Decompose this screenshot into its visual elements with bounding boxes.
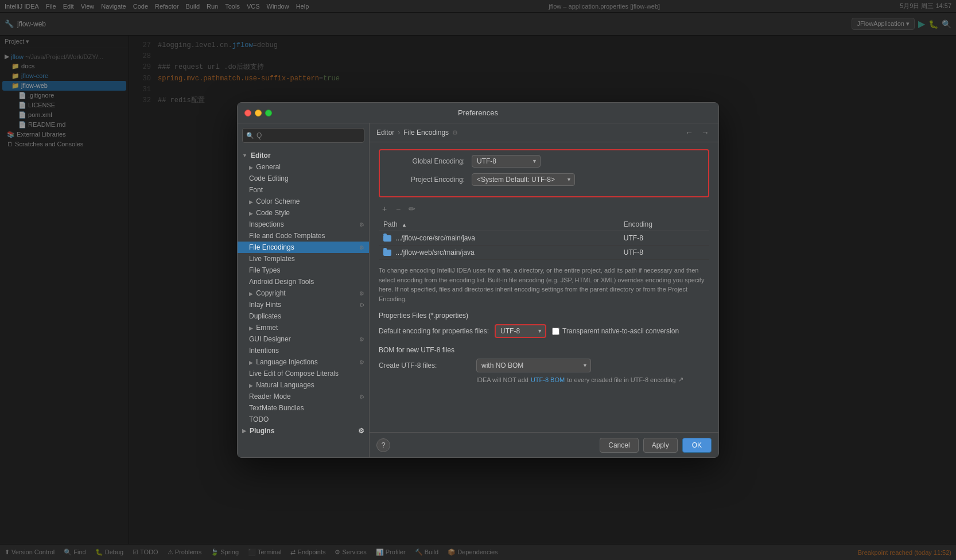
global-encoding-row: Global Encoding: UTF-8 ▼ <box>384 155 704 168</box>
project-encoding-dropdown[interactable]: <System Default: UTF-8> ▼ <box>472 173 575 186</box>
help-button[interactable]: ? <box>376 438 390 452</box>
editor-chevron: ▼ <box>242 153 247 158</box>
right-panel: Editor › File Encodings ⚙ ← → <box>370 123 718 457</box>
properties-encoding-dropdown[interactable]: UTF-8 ▼ <box>495 324 546 338</box>
panel-header: Editor › File Encodings ⚙ ← → <box>370 123 718 142</box>
path-sort-icon: ▲ <box>402 222 407 228</box>
note-prefix: IDEA will NOT add <box>476 376 528 383</box>
maximize-button[interactable] <box>265 110 272 116</box>
global-encoding-label: Global Encoding: <box>384 157 465 165</box>
col-encoding: Encoding <box>619 218 709 231</box>
global-encoding-dropdown[interactable]: UTF-8 ▼ <box>472 155 541 168</box>
tree-item-inlay-hints[interactable]: Inlay Hints ⚙ <box>238 299 369 310</box>
table-cell-path-1: .../jflow-core/src/main/java <box>379 231 619 246</box>
default-encoding-label: Default encoding for properties files: <box>379 327 489 335</box>
footer-left: ? <box>376 438 390 452</box>
tree-item-general[interactable]: ▶ General <box>238 161 369 173</box>
properties-encoding-value: UTF-8 <box>500 327 520 335</box>
ok-button[interactable]: OK <box>682 438 712 453</box>
project-encoding-value: <System Default: UTF-8> <box>477 176 555 184</box>
plugins-chevron: ▶ <box>242 428 246 434</box>
bom-value: with NO BOM <box>481 361 523 370</box>
plugins-section-label: Plugins <box>250 427 274 435</box>
traffic-lights <box>244 110 272 116</box>
encoding-table: Path ▲ Encoding <box>379 218 709 260</box>
folder-icon <box>383 235 391 242</box>
properties-section-title: Properties Files (*.properties) <box>379 312 709 320</box>
project-encoding-label: Project Encoding: <box>384 176 465 184</box>
tree-item-live-edit[interactable]: Live Edit of Compose Literals <box>238 368 369 379</box>
tree-item-color-scheme[interactable]: ▶ Color Scheme <box>238 196 369 207</box>
table-cell-encoding-2: UTF-8 <box>619 246 709 260</box>
close-button[interactable] <box>244 110 251 116</box>
tree-item-textmate[interactable]: TextMate Bundles <box>238 402 369 414</box>
tree-item-natural-languages[interactable]: ▶ Natural Languages <box>238 379 369 391</box>
tree-item-lang-injections[interactable]: ▶ Language Injections ⚙ <box>238 356 369 368</box>
table-cell-path-2: .../jflow-web/src/main/java <box>379 246 619 260</box>
tree-item-duplicates[interactable]: Duplicates <box>238 310 369 322</box>
tree-item-intentions[interactable]: Intentions <box>238 345 369 356</box>
tree-item-todo[interactable]: TODO <box>238 414 369 425</box>
dialog-footer: ? Cancel Apply OK <box>370 432 718 457</box>
modal-overlay: Preferences 🔍 ▼ Editor ▶ General <box>0 0 956 560</box>
tree-item-code-style[interactable]: ▶ Code Style <box>238 207 369 219</box>
dialog-title: Preferences <box>458 108 498 117</box>
search-box[interactable]: 🔍 <box>242 128 364 143</box>
panel-nav: ← → <box>683 128 712 137</box>
editor-section-label: Editor <box>251 151 271 160</box>
info-text: To change encoding IntelliJ IDEA uses fo… <box>379 266 709 304</box>
create-utf8-label: Create UTF-8 files: <box>379 361 471 370</box>
nav-back-button[interactable]: ← <box>683 128 695 137</box>
apply-button[interactable]: Apply <box>643 438 678 453</box>
bom-section-title: BOM for new UTF-8 files <box>379 346 709 354</box>
footer-right: Cancel Apply OK <box>600 438 712 453</box>
tree-panel: ▼ Editor ▶ General Code Editing Font ▶ C… <box>238 147 369 457</box>
breadcrumb-parent: Editor <box>376 129 394 137</box>
transparent-checkbox-wrap: Transparent native-to-ascii conversion <box>552 327 679 335</box>
note-link[interactable]: UTF-8 BOM <box>531 376 565 383</box>
transparent-label: Transparent native-to-ascii conversion <box>562 327 679 335</box>
table-cell-encoding-1: UTF-8 <box>619 231 709 246</box>
breadcrumb: Editor › File Encodings ⚙ <box>376 129 458 137</box>
tree-item-file-types[interactable]: File Types <box>238 265 369 276</box>
dialog-titlebar: Preferences <box>238 103 718 123</box>
add-row-button[interactable]: + <box>379 203 390 215</box>
search-icon: 🔍 <box>246 132 254 139</box>
edit-row-button[interactable]: ✏ <box>406 203 418 215</box>
table-row[interactable]: .../jflow-web/src/main/java UTF-8 <box>379 246 709 260</box>
tree-item-live-templates[interactable]: Live Templates <box>238 253 369 265</box>
tree-item-emmet[interactable]: ▶ Emmet <box>238 322 369 333</box>
plugins-section-header[interactable]: ▶ Plugins ⚙ <box>238 425 369 437</box>
minimize-button[interactable] <box>255 110 262 116</box>
breadcrumb-current: File Encodings <box>403 129 449 137</box>
folder-icon-2 <box>383 250 391 256</box>
breadcrumb-arrow: › <box>398 129 400 137</box>
settings-icon: ⚙ <box>452 129 458 137</box>
bom-dropdown[interactable]: with NO BOM ▼ <box>476 359 591 372</box>
table-toolbar: + − ✏ <box>379 203 709 215</box>
remove-row-button[interactable]: − <box>392 203 404 215</box>
tree-item-inspections[interactable]: Inspections ⚙ <box>238 219 369 230</box>
table-row[interactable]: .../jflow-core/src/main/java UTF-8 <box>379 231 709 246</box>
tree-item-android-design[interactable]: Android Design Tools <box>238 276 369 287</box>
encoding-highlight-box: Global Encoding: UTF-8 ▼ Project Encodin… <box>379 149 709 197</box>
tree-item-copyright[interactable]: ▶ Copyright ⚙ <box>238 287 369 299</box>
tree-item-gui-designer[interactable]: GUI Designer ⚙ <box>238 333 369 345</box>
tree-item-file-templates[interactable]: File and Code Templates <box>238 230 369 242</box>
left-panel: 🔍 ▼ Editor ▶ General Code Editing <box>238 123 370 457</box>
project-encoding-row: Project Encoding: <System Default: UTF-8… <box>384 173 704 186</box>
editor-section-header[interactable]: ▼ Editor <box>238 150 369 161</box>
bom-dropdown-arrow: ▼ <box>582 363 588 368</box>
tree-item-file-encodings[interactable]: File Encodings ⚙ <box>238 242 369 253</box>
nav-forward-button[interactable]: → <box>699 128 712 137</box>
cancel-button[interactable]: Cancel <box>600 438 638 453</box>
tree-item-reader-mode[interactable]: Reader Mode ⚙ <box>238 391 369 402</box>
tree-item-font[interactable]: Font <box>238 184 369 196</box>
properties-encoding-row: Default encoding for properties files: U… <box>379 324 709 338</box>
properties-encoding-arrow: ▼ <box>537 328 542 334</box>
global-encoding-value: UTF-8 <box>477 157 496 165</box>
search-input[interactable] <box>257 131 360 139</box>
col-path: Path ▲ <box>379 218 619 231</box>
transparent-checkbox[interactable] <box>552 328 559 335</box>
tree-item-code-editing[interactable]: Code Editing <box>238 173 369 184</box>
